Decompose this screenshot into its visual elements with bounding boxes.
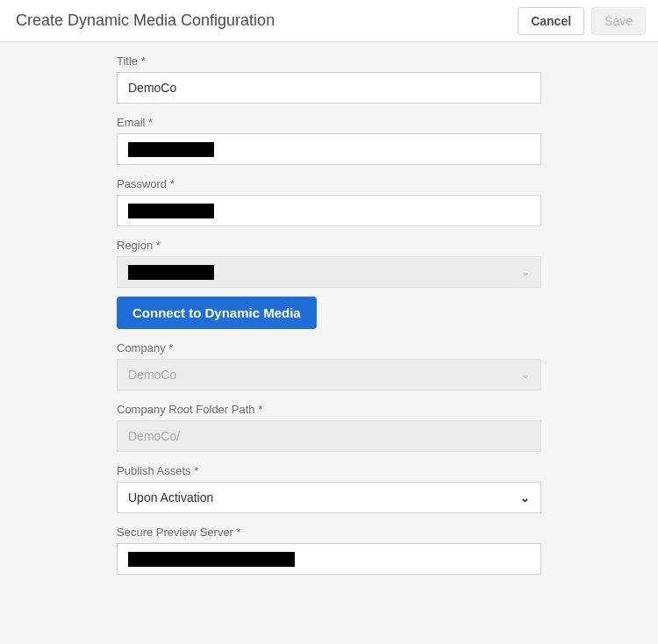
- email-label: Email *: [117, 116, 541, 129]
- publish-assets-value: Upon Activation: [128, 490, 213, 504]
- password-input[interactable]: [117, 195, 541, 226]
- company-group: Company * DemoCo ⌄: [117, 341, 541, 390]
- save-button: Save: [591, 7, 646, 35]
- email-input[interactable]: [117, 133, 541, 165]
- form-container: Title * Email * Password * Region * ⌄ Co…: [0, 42, 658, 587]
- company-root-group: Company Root Folder Path *: [117, 403, 541, 452]
- redacted-content: [128, 204, 214, 218]
- company-select: DemoCo ⌄: [117, 359, 541, 390]
- secure-preview-group: Secure Preview Server *: [117, 526, 541, 575]
- company-label: Company *: [117, 341, 541, 354]
- header-bar: Create Dynamic Media Configuration Cance…: [0, 0, 658, 42]
- redacted-content: [128, 142, 214, 157]
- title-input[interactable]: [117, 72, 541, 104]
- email-group: Email *: [117, 116, 541, 165]
- company-value: DemoCo: [128, 368, 176, 382]
- secure-preview-input[interactable]: [117, 543, 541, 575]
- password-group: Password *: [117, 177, 541, 226]
- company-root-input: [117, 420, 541, 452]
- title-label: Title *: [117, 54, 541, 68]
- page-title: Create Dynamic Media Configuration: [16, 11, 275, 30]
- region-label: Region *: [117, 239, 541, 252]
- chevron-down-icon: ⌄: [521, 369, 530, 381]
- cancel-button[interactable]: Cancel: [518, 7, 584, 35]
- region-select[interactable]: ⌄: [117, 256, 541, 288]
- chevron-down-icon: ⌄: [521, 266, 530, 278]
- connect-button[interactable]: Connect to Dynamic Media: [117, 297, 317, 329]
- company-root-label: Company Root Folder Path *: [117, 403, 541, 416]
- secure-preview-label: Secure Preview Server *: [117, 526, 541, 539]
- region-group: Region * ⌄: [117, 239, 541, 288]
- config-form: Title * Email * Password * Region * ⌄ Co…: [117, 54, 541, 587]
- publish-assets-select[interactable]: Upon Activation ⌄: [117, 482, 541, 513]
- redacted-content: [128, 265, 214, 280]
- title-group: Title *: [117, 54, 541, 104]
- chevron-down-icon: ⌄: [520, 491, 530, 504]
- header-actions: Cancel Save: [518, 7, 646, 35]
- redacted-content: [128, 552, 295, 567]
- password-label: Password *: [117, 177, 541, 190]
- publish-assets-label: Publish Assets *: [117, 464, 541, 477]
- publish-assets-group: Publish Assets * Upon Activation ⌄: [117, 464, 541, 513]
